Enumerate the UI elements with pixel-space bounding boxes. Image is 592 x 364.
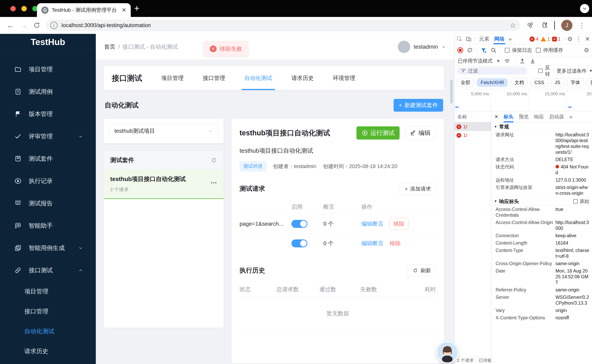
sidebar-item-ai-assistant[interactable]: 智能助手 [0,214,96,237]
sidebar-item-test-reports[interactable]: 测试报告 [0,192,96,214]
more-filters-dropdown[interactable]: 更多过滤条件 ▼ [557,68,592,74]
edit-assertion-link[interactable]: 编辑断言 [361,240,384,247]
breadcrumb-home[interactable]: 首页 [104,43,115,51]
more-tabs-icon[interactable]: » [569,114,572,120]
run-test-button[interactable]: 运行测试 [357,126,400,140]
import-har-icon[interactable] [519,58,525,64]
tab-project-mgmt[interactable]: 项目管理 [161,66,184,90]
sidebar-item-test-cases[interactable]: 测试用例 [0,81,96,103]
sidebar-item-version-mgmt[interactable]: 版本管理 [0,103,96,125]
network-conditions-icon[interactable] [504,58,510,64]
project-select[interactable]: testhub测试项目 [109,124,218,137]
sidebar-item-project-mgmt[interactable]: 项目管理 [0,58,96,81]
devtools-settings-icon[interactable]: ⚙ [567,35,573,42]
filter-input[interactable]: 过滤 [457,67,527,75]
add-request-button[interactable]: + 添加请求 [400,183,436,195]
inspect-icon[interactable] [457,36,463,42]
back-button[interactable]: ← [7,21,14,30]
tab-env-mgmt[interactable]: 环境管理 [333,66,355,90]
sidebar-subitem-request-history[interactable]: 请求历史 [0,341,96,361]
name-column-header[interactable]: 名称 [454,111,491,122]
hub-icon[interactable] [526,21,534,29]
error-badge[interactable]: ✕4 [530,36,538,42]
chip-doc[interactable]: 文档 [511,78,528,87]
sidebar-item-api-testing[interactable]: 接口测试 [0,259,96,281]
disable-cache-checkbox[interactable]: 停用缓存 [536,47,563,53]
export-har-icon[interactable] [530,58,536,64]
edit-button[interactable]: 编辑 [405,126,436,140]
chip-fetch-xhr[interactable]: Fetch/XHR [477,78,508,87]
sidebar-subitem-api-mgmt[interactable]: 接口管理 [0,301,96,321]
throttle-select[interactable]: 已停用节流模式 [458,58,493,64]
user-menu[interactable]: testadmin [398,41,446,53]
window-close-button[interactable] [10,6,16,11]
page-scrollbar-thumb[interactable] [450,80,453,104]
url-text[interactable]: localhost:3000/api-testing/automation [61,22,507,28]
edit-assertion-link[interactable]: 编辑断言 [361,220,384,228]
new-tab-button[interactable]: + [134,3,140,13]
sidebar-item-exec-records[interactable]: 执行记录 [0,170,96,192]
tab-close-icon[interactable]: ✕ [122,7,126,13]
devtools-close-icon[interactable]: ✕ [585,35,590,42]
refresh-icon[interactable] [211,157,217,163]
tab-search-button[interactable] [580,4,589,13]
warning-badge[interactable]: 1 [540,36,550,42]
more-tabs-icon[interactable]: » [509,36,512,42]
remove-link[interactable]: 移除 [390,218,408,230]
enable-toggle[interactable] [291,220,307,228]
new-suite-button[interactable]: + 新建测试套件 [394,99,443,112]
chip-all[interactable]: 全部 [457,78,474,87]
sidebar-subitem-automation[interactable]: 自动化测试 [0,321,96,341]
preserve-log-checkbox[interactable]: 保留日志 [505,47,532,53]
browser-tab[interactable]: TestHub - 测试用例管理平台 ✕ [37,3,131,17]
chip-css[interactable]: CSS [531,78,548,87]
device-toolbar-icon[interactable] [466,36,472,42]
devtools-tab-network[interactable]: 网络 [493,34,505,44]
extensions-puzzle-icon[interactable] [540,21,548,29]
profile-avatar[interactable]: J [561,20,572,31]
request-row-selected[interactable]: ✕ 1/ [454,122,491,131]
suite-item-more-icon[interactable]: ••• [211,180,217,185]
tab-automation[interactable]: 自动化测试 [244,66,272,90]
suite-list-item-selected[interactable]: testhub项目接口自动化测试 2 个请求 ••• [104,169,223,199]
forward-button[interactable]: → [20,21,27,30]
address-bar[interactable]: i localhost:3000/api-testing/automation … [46,20,520,31]
general-section-header[interactable]: ▼ 常规 [491,122,592,131]
issues-badge[interactable]: ✕1 [552,36,561,42]
bookmark-star-icon[interactable]: ☆ [510,21,516,29]
chip-img[interactable]: 图片 [587,78,592,87]
tab-api-mgmt[interactable]: 接口管理 [203,66,225,90]
clear-icon[interactable]: ∅ [467,47,472,54]
raw-checkbox[interactable]: 原始 [573,198,589,205]
sidebar-subitem-project-mgmt[interactable]: 项目管理 [0,281,96,301]
record-icon[interactable] [457,47,463,53]
tab-response[interactable]: 响应 [534,111,544,122]
devtools-menu-icon[interactable]: ⋮ [576,35,582,42]
chip-font[interactable]: 字体 [567,78,584,87]
tab-headers[interactable]: 标头 [504,111,514,122]
chip-js[interactable]: JS [551,78,564,87]
browser-menu-icon[interactable]: ⋮ [579,21,585,29]
response-headers-section-header[interactable]: ▼ 响应标头 原始 [491,197,592,206]
network-overview-timeline[interactable]: 5,000 ms 10,000 ms 15,000 ms 20,000 ms [454,89,592,111]
assistant-avatar[interactable] [436,341,458,363]
close-detail-icon[interactable]: ✕ [494,114,498,120]
refresh-button[interactable]: 刷新 [408,265,436,276]
remove-link[interactable]: 移除 [390,240,401,247]
tab-preview[interactable]: 预览 [519,111,529,122]
sidebar-item-review-mgmt[interactable]: 评审管理 [0,125,96,148]
filter-funnel-icon[interactable] [481,47,487,53]
tab-request-history[interactable]: 请求历史 [291,66,314,90]
devtools-tab-elements[interactable]: 元素 [478,34,490,44]
request-row[interactable]: ✕ 1/ [454,131,491,140]
network-settings-icon[interactable]: ⚙ [584,47,589,54]
search-icon[interactable] [491,47,497,53]
site-info-icon[interactable]: i [50,22,57,29]
tab-initiator[interactable]: 启动器 [549,111,564,122]
reload-button[interactable] [33,22,40,29]
invert-checkbox[interactable]: 反转 [538,64,550,77]
sidebar-item-ai-case-gen[interactable]: 智能用例生成 [0,237,96,259]
sidebar-item-test-suites[interactable]: 测试套件 [0,148,96,170]
enable-toggle[interactable] [291,239,307,247]
window-minimize-button[interactable] [21,6,27,11]
